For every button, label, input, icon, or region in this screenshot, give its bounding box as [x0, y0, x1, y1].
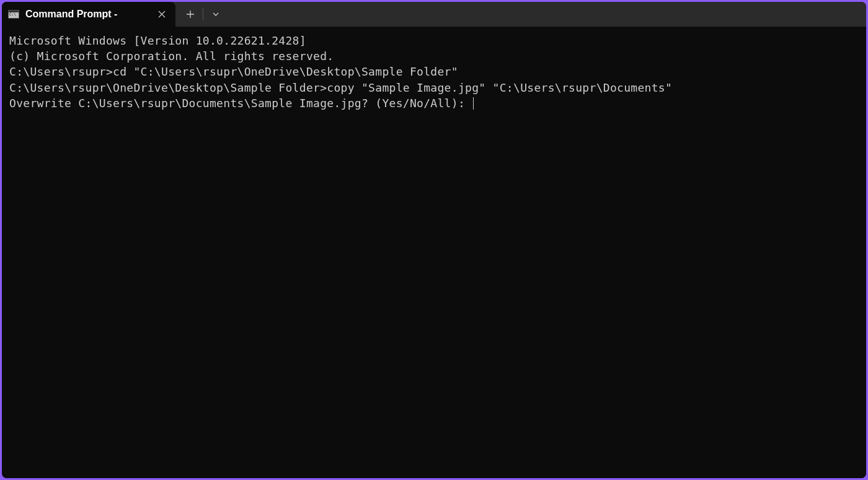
close-icon: [158, 11, 166, 18]
plus-icon: [186, 10, 195, 19]
output-line: C:\Users\rsupr>cd "C:\Users\rsupr\OneDri…: [9, 64, 859, 79]
prompt-line: Overwrite C:\Users\rsupr\Documents\Sampl…: [9, 97, 472, 110]
terminal-output[interactable]: Microsoft Windows [Version 10.0.22621.24…: [2, 27, 866, 478]
titlebar-controls: [175, 2, 231, 27]
output-line: (c) Microsoft Corporation. All rights re…: [9, 48, 859, 64]
chevron-down-icon: [212, 11, 219, 18]
tab-title: Command Prompt -: [25, 9, 149, 20]
output-line: Microsoft Windows [Version 10.0.22621.24…: [9, 33, 859, 48]
terminal-tab[interactable]: Command Prompt -: [2, 2, 175, 27]
new-tab-button[interactable]: [178, 4, 203, 24]
text-cursor: [473, 97, 474, 110]
command-prompt-icon: [8, 10, 19, 19]
output-line: C:\Users\rsupr\OneDrive\Desktop\Sample F…: [9, 80, 859, 95]
tab-dropdown-button[interactable]: [203, 4, 228, 24]
close-tab-button[interactable]: [156, 8, 168, 20]
terminal-window: Command Prompt - Microsoft Windows [Vers…: [2, 2, 866, 478]
titlebar: Command Prompt -: [2, 2, 866, 27]
